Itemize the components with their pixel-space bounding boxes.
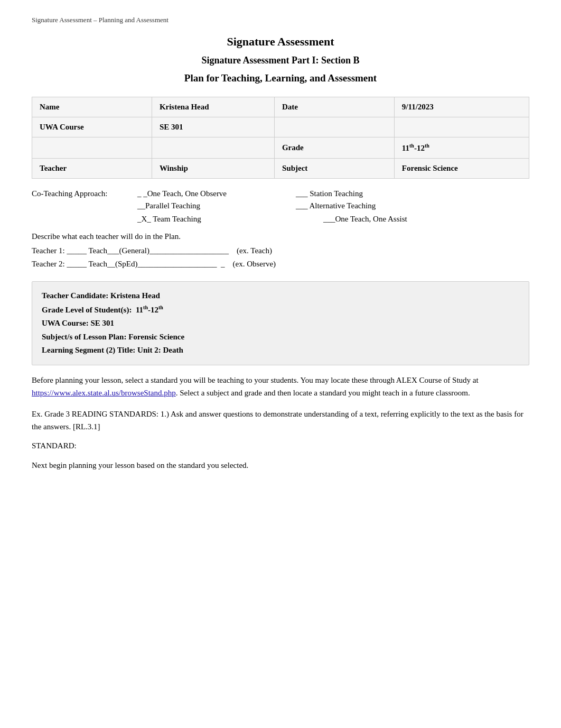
grade-value: 11th-12th xyxy=(394,137,529,159)
name-value: Kristena Head xyxy=(152,97,274,117)
info-box-line4: Subject/s of Lesson Plan: Forensic Scien… xyxy=(42,330,519,344)
co-option-1: ___ Station Teaching xyxy=(296,189,433,198)
co-teaching-options: _ _One Teach, One Observe ___ Station Te… xyxy=(137,189,529,210)
co-option-0: _ _One Teach, One Observe xyxy=(137,189,275,198)
info-box-line5: Learning Segment (2) Title: Unit 2: Deat… xyxy=(42,344,519,357)
body-para1: Before planning your lesson, select a st… xyxy=(32,374,529,399)
info-box-line2: Grade Level of Student(s): 11th-12th xyxy=(42,303,519,317)
teacher2-line: Teacher 2: _____ Teach__(SpEd)__________… xyxy=(32,260,529,269)
co-option-assist: ___One Teach, One Assist xyxy=(323,215,407,224)
main-title: Signature Assessment xyxy=(32,35,529,49)
info-box: Teacher Candidate: Kristena Head Grade L… xyxy=(32,281,529,365)
alex-link[interactable]: https://www.alex.state.al.us/browseStand… xyxy=(32,389,176,397)
co-option-2: __Parallel Teaching xyxy=(137,201,275,210)
describe-text: Describe what each teacher will do in th… xyxy=(32,232,529,241)
body-para2: Ex. Grade 3 READING STANDARDS: 1.) Ask a… xyxy=(32,408,529,433)
breadcrumb: Signature Assessment – Planning and Asse… xyxy=(32,16,529,24)
uwa-course-value: SE 301 xyxy=(152,117,274,137)
next-begin-text: Next begin planning your lesson based on… xyxy=(32,459,529,472)
name-label: Name xyxy=(32,97,152,117)
standard-label: STANDARD: xyxy=(32,441,529,450)
info-box-line1: Teacher Candidate: Kristena Head xyxy=(42,289,519,303)
co-teaching-label: Co-Teaching Approach: xyxy=(32,189,137,198)
uwa-course-label: UWA Course xyxy=(32,117,152,137)
teacher1-line: Teacher 1: _____ Teach___(General)______… xyxy=(32,246,529,255)
co-option-team: _X_ Team Teaching xyxy=(137,215,201,224)
sub-title: Signature Assessment Part I: Section B xyxy=(32,55,529,66)
grade-label: Grade xyxy=(274,137,394,159)
date-label: Date xyxy=(274,97,394,117)
teacher-value: Winship xyxy=(152,159,274,179)
subject-label: Subject xyxy=(274,159,394,179)
co-teaching-section: Co-Teaching Approach: _ _One Teach, One … xyxy=(32,189,529,224)
co-option-3: ___ Alternative Teaching xyxy=(296,201,433,210)
info-table: Name Kristena Head Date 9/11/2023 UWA Co… xyxy=(32,97,529,179)
teacher-label: Teacher xyxy=(32,159,152,179)
subject-value: Forensic Science xyxy=(394,159,529,179)
section-title: Plan for Teaching, Learning, and Assessm… xyxy=(32,72,529,84)
date-value: 9/11/2023 xyxy=(394,97,529,117)
info-box-line3: UWA Course: SE 301 xyxy=(42,317,519,330)
